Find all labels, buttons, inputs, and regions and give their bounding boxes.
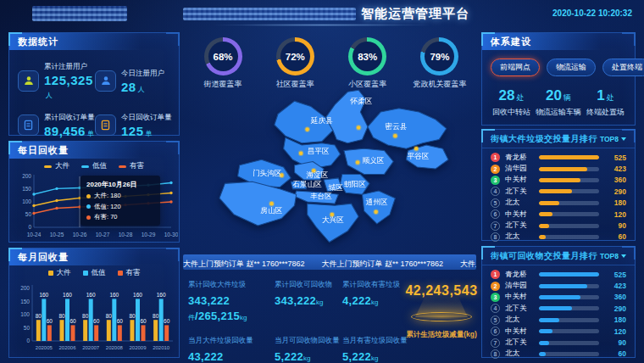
gauge-ring: 79% bbox=[420, 37, 458, 75]
top8-dropdown[interactable]: TOP8 bbox=[600, 135, 626, 143]
svg-text:10-27: 10-27 bbox=[96, 232, 110, 237]
svg-text:160: 160 bbox=[39, 292, 48, 298]
system-stat: 1处终端处置场 bbox=[586, 88, 625, 118]
summary-unit: kg bbox=[303, 355, 310, 362]
daily-chart-legend: 大件低值有害 bbox=[9, 161, 179, 171]
tooltip-entry: 有害: 70 bbox=[94, 213, 118, 221]
rank-badge: 7 bbox=[491, 221, 500, 231]
gauge-value: 68% bbox=[213, 52, 232, 62]
rank-bar-track bbox=[539, 318, 599, 322]
site-dot bbox=[357, 126, 361, 130]
tab-前端网点[interactable]: 前端网点 bbox=[491, 59, 540, 76]
stat-value: 28人 bbox=[121, 81, 164, 93]
summary-label: 累计回收有害垃圾 bbox=[342, 280, 402, 290]
rank-bar-track bbox=[539, 341, 599, 345]
district-label: 城区 bbox=[328, 183, 344, 192]
tab-处置终端[interactable]: 处置终端 bbox=[602, 59, 644, 76]
site-dot bbox=[393, 134, 397, 138]
district-房山区[interactable] bbox=[219, 182, 297, 226]
svg-text:100: 100 bbox=[20, 311, 30, 317]
summary-label: 累计回收大件垃圾 bbox=[188, 280, 275, 290]
rank-badge: 7 bbox=[491, 338, 500, 348]
summary-number: 5,222 bbox=[342, 350, 371, 363]
tooltip-series-dot bbox=[86, 194, 91, 198]
tooltip-entry: 低值: 120 bbox=[94, 203, 121, 211]
redacted-title-segment bbox=[183, 8, 356, 20]
rank-row: 2清华园423 bbox=[491, 163, 626, 174]
summary-cell: 当月大件垃圾回收量43,222件/345,215kg bbox=[188, 336, 275, 363]
site-dot bbox=[414, 147, 419, 151]
rank-name: 青龙桥 bbox=[505, 153, 536, 163]
site-dot bbox=[299, 151, 303, 155]
summary-label: 当月可回收物回收量 bbox=[275, 336, 342, 346]
rank-bar-fill bbox=[539, 272, 599, 276]
tab-物流运输[interactable]: 物流运输 bbox=[547, 59, 596, 76]
rank-badge: 8 bbox=[491, 349, 500, 359]
district-密云县[interactable] bbox=[368, 109, 447, 149]
summary-value: 343,222kg bbox=[275, 293, 342, 308]
svg-text:80: 80 bbox=[36, 313, 42, 319]
rank-row: 5北太180 bbox=[491, 315, 626, 326]
stat-card: 今日注册用户28人 bbox=[95, 62, 172, 99]
rank-bar-track bbox=[539, 201, 599, 205]
system-stats: 28处回收中转站20辆物流运输车辆1处终端处置场 bbox=[482, 76, 635, 118]
gauge-value: 72% bbox=[286, 52, 305, 62]
rank-name: 中关村 bbox=[505, 327, 536, 337]
rank-value: 290 bbox=[602, 187, 626, 196]
total-reduction-block: 42,243,543 累计生活垃圾减量(kg) bbox=[405, 283, 478, 340]
svg-text:10-28: 10-28 bbox=[119, 232, 133, 237]
rank-value: 120 bbox=[602, 210, 626, 219]
rank-row: 8北太60 bbox=[491, 349, 626, 360]
legend-swatch bbox=[44, 165, 52, 168]
rank-badge: 3 bbox=[491, 176, 500, 185]
svg-text:200: 200 bbox=[22, 173, 31, 179]
rank-bar-track bbox=[539, 329, 599, 333]
rank-value: 90 bbox=[602, 338, 626, 347]
order-icon bbox=[95, 114, 116, 136]
rank-value: 290 bbox=[602, 304, 626, 313]
system-stat-label: 物流运输车辆 bbox=[536, 107, 581, 118]
rank-title: 街镇可回收物交投量月排行 bbox=[491, 250, 597, 262]
svg-text:80: 80 bbox=[106, 313, 113, 319]
summary-cell: 累计回收可回收物343,222kg bbox=[275, 280, 342, 323]
svg-text:60: 60 bbox=[69, 318, 76, 324]
summary-label: 当月大件垃圾回收量 bbox=[188, 336, 275, 346]
rank-bar-fill bbox=[539, 295, 580, 299]
svg-text:80: 80 bbox=[129, 313, 136, 319]
top8-dropdown[interactable]: TOP8 bbox=[600, 252, 626, 260]
rank-bar-fill bbox=[539, 155, 599, 159]
stat-text: 今日回收订单量125单 bbox=[121, 113, 172, 137]
gauge-value: 83% bbox=[358, 52, 377, 62]
rank-badge: 3 bbox=[491, 293, 500, 302]
system-stat-label: 回收中转站 bbox=[492, 107, 530, 118]
order-ticker: 大件上门预约订单 赵** 1760***7862 大件上门预约订单 赵** 17… bbox=[183, 254, 476, 270]
stat-label: 累计回收订单量 bbox=[44, 113, 95, 123]
summary-number: 5,222 bbox=[275, 350, 303, 363]
stat-card: 累计注册用户125,325人 bbox=[18, 62, 95, 99]
svg-text:80: 80 bbox=[58, 313, 65, 319]
rank-badge: 5 bbox=[491, 316, 500, 325]
summary-unit: kg bbox=[240, 314, 247, 321]
svg-text:10-29: 10-29 bbox=[142, 232, 156, 237]
coverage-gauges: 68%街道覆盖率72%社区覆盖率83%小区覆盖率79%党政机关覆盖率 bbox=[190, 37, 473, 90]
district-label: 怀柔区 bbox=[349, 97, 372, 105]
rank-badge: 4 bbox=[491, 187, 500, 196]
district-通州区[interactable] bbox=[362, 191, 395, 224]
datetime-display: 2020-10-22 10:20:32 bbox=[552, 8, 632, 18]
legend-item: 大件 bbox=[44, 161, 69, 171]
rank-bar-track bbox=[539, 284, 599, 288]
legend-label: 有害 bbox=[130, 161, 144, 171]
rank-value: 180 bbox=[602, 198, 626, 207]
rank-list: 1青龙桥5252清华园4233中关村3604北下关2905北太1806中关村12… bbox=[482, 148, 635, 243]
svg-text:160: 160 bbox=[109, 292, 119, 298]
gauge: 72%社区覆盖率 bbox=[262, 37, 328, 90]
gauge-value: 79% bbox=[430, 52, 449, 62]
rank-name: 清华园 bbox=[505, 281, 536, 291]
app-logo bbox=[32, 6, 127, 21]
gauge-inner: 68% bbox=[208, 42, 238, 71]
rank-bar-track bbox=[539, 235, 599, 239]
district-label: 延庆县 bbox=[310, 116, 333, 125]
panel-monthly-recycling: 每月回收量 大件低值有害 050100150200202005801606020… bbox=[8, 248, 180, 358]
rank-bar-fill bbox=[539, 318, 559, 322]
rank-row: 2清华园423 bbox=[491, 280, 626, 291]
